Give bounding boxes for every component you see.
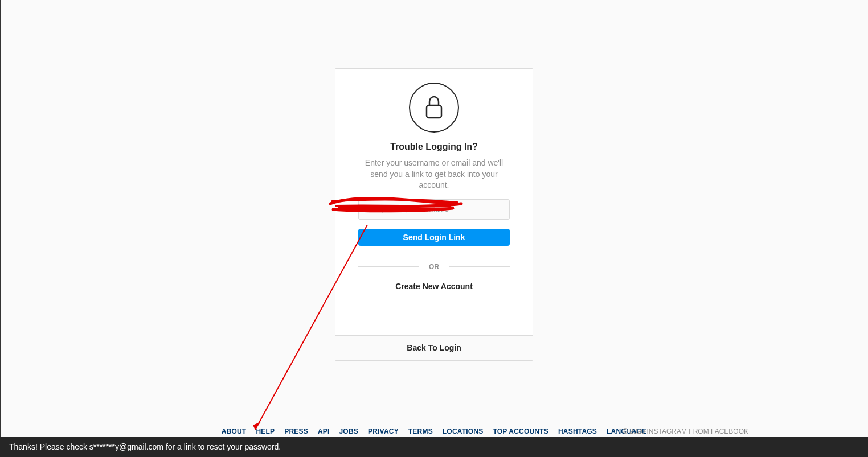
footer-link-jobs[interactable]: JOBS bbox=[339, 427, 358, 435]
footer-links: ABOUT HELP PRESS API JOBS PRIVACY TERMS … bbox=[222, 427, 647, 435]
footer-link-top-accounts[interactable]: TOP ACCOUNTS bbox=[493, 427, 548, 435]
input-wrap bbox=[358, 199, 510, 220]
or-line-left bbox=[358, 266, 419, 267]
svg-rect-0 bbox=[427, 105, 441, 118]
footer-link-privacy[interactable]: PRIVACY bbox=[368, 427, 399, 435]
footer-link-press[interactable]: PRESS bbox=[284, 427, 308, 435]
footer-link-api[interactable]: API bbox=[318, 427, 330, 435]
footer-link-help[interactable]: HELP bbox=[256, 427, 275, 435]
card-body: Trouble Logging In? Enter your username … bbox=[335, 69, 533, 335]
back-row: Back To Login bbox=[335, 335, 533, 360]
footer-link-locations[interactable]: LOCATIONS bbox=[443, 427, 484, 435]
card-title: Trouble Logging In? bbox=[358, 142, 510, 152]
email-username-input[interactable] bbox=[358, 199, 510, 220]
copyright-text: © 2020 INSTAGRAM FROM FACEBOOK bbox=[623, 427, 748, 435]
lock-icon bbox=[409, 83, 459, 133]
main-container: Trouble Logging In? Enter your username … bbox=[0, 0, 868, 361]
footer-link-terms[interactable]: TERMS bbox=[408, 427, 433, 435]
or-separator: OR bbox=[358, 263, 510, 271]
or-line-right bbox=[449, 266, 510, 267]
card-description: Enter your username or email and we'll s… bbox=[358, 158, 510, 191]
left-border bbox=[0, 0, 1, 437]
toast-text: Thanks! Please check s*******y@gmail.com… bbox=[9, 442, 281, 451]
toast-notification: Thanks! Please check s*******y@gmail.com… bbox=[0, 437, 868, 457]
or-text: OR bbox=[429, 263, 439, 271]
create-new-account-link[interactable]: Create New Account bbox=[395, 282, 473, 291]
back-to-login-link[interactable]: Back To Login bbox=[407, 343, 461, 352]
footer-link-about[interactable]: ABOUT bbox=[222, 427, 247, 435]
reset-card: Trouble Logging In? Enter your username … bbox=[335, 68, 533, 361]
footer: ABOUT HELP PRESS API JOBS PRIVACY TERMS … bbox=[0, 427, 868, 435]
send-login-link-button[interactable]: Send Login Link bbox=[358, 229, 510, 246]
footer-link-hashtags[interactable]: HASHTAGS bbox=[558, 427, 597, 435]
